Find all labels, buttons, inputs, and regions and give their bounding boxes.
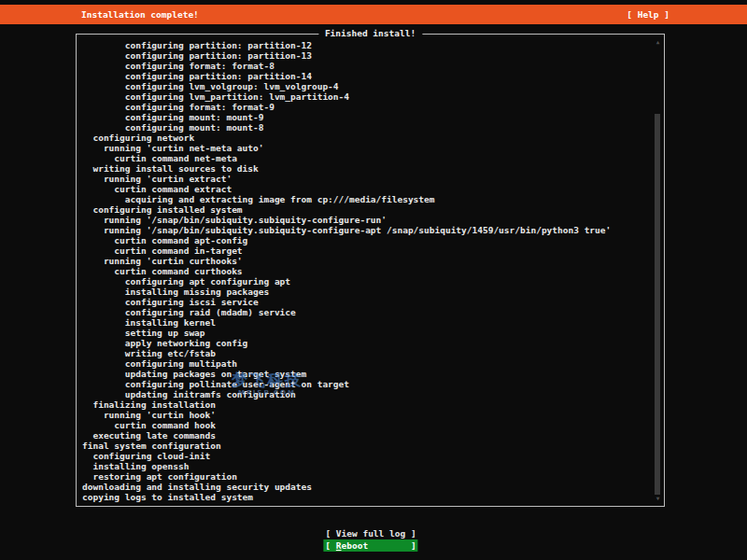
log-line: curtin command hook bbox=[82, 420, 649, 430]
log-line: configuring format: format-8 bbox=[82, 61, 649, 71]
log-line: configuring mount: mount-8 bbox=[82, 122, 649, 133]
log-line: configuring apt configuring apt bbox=[82, 276, 649, 287]
log-line: configuring multipath bbox=[82, 358, 649, 369]
log-line: configuring format: format-9 bbox=[82, 102, 649, 112]
log-line: running 'curtin net-meta auto' bbox=[82, 143, 649, 153]
log-line: installing kernel bbox=[82, 317, 649, 328]
log-line: running '/snap/bin/subiquity.subiquity-c… bbox=[82, 215, 649, 225]
log-line: configuring partition: partition-12 bbox=[82, 40, 649, 50]
log-line: configuring cloud-init bbox=[82, 451, 649, 461]
scroll-down-icon[interactable]: ▼ bbox=[654, 495, 662, 502]
log-line: copying logs to installed system bbox=[82, 492, 649, 502]
reboot-button[interactable]: [ Reboot ] bbox=[323, 539, 417, 552]
log-line: acquiring and extracting image from cp:/… bbox=[82, 194, 649, 204]
log-line: installing missing packages bbox=[82, 287, 649, 297]
log-line: curtin command in-target bbox=[82, 245, 649, 256]
log-line: curtin command apt-config bbox=[82, 235, 649, 245]
scrollbar-thumb[interactable] bbox=[655, 114, 660, 495]
log-line: running 'curtin curthooks' bbox=[82, 256, 649, 266]
log-line: executing late commands bbox=[82, 430, 649, 441]
finished-install-panel: Finished install! configuring partition:… bbox=[76, 34, 665, 507]
panel-title: Finished install! bbox=[318, 28, 422, 38]
log-line: configuring lvm_partition: lvm_partition… bbox=[82, 91, 649, 102]
log-line: curtin command net-meta bbox=[82, 153, 649, 163]
log-line: writing etc/fstab bbox=[82, 348, 649, 358]
log-line: updating packages on target system bbox=[82, 369, 649, 379]
scroll-up-icon[interactable]: ▲ bbox=[654, 38, 662, 46]
log-line: final system configuration bbox=[82, 441, 649, 451]
log-line: installing openssh bbox=[82, 461, 649, 471]
log-line: restoring apt configuration bbox=[82, 471, 649, 482]
log-line: updating initramfs configuration bbox=[82, 389, 649, 399]
log-line: configuring pollinate user-agent on targ… bbox=[82, 379, 649, 389]
log-line: apply networking config bbox=[82, 338, 649, 348]
log-line: writing install sources to disk bbox=[82, 163, 649, 174]
log-line: finalizing installation bbox=[82, 399, 649, 410]
log-line: setting up swap bbox=[82, 328, 649, 338]
log-line: configuring partition: partition-13 bbox=[82, 50, 649, 61]
top-bar-title: Installation complete! bbox=[81, 9, 199, 20]
reboot-label-suffix: eboot ] bbox=[342, 540, 416, 551]
top-bar: Installation complete! [ Help ] bbox=[0, 5, 747, 24]
log-line: configuring raid (mdadm) service bbox=[82, 307, 649, 317]
log-line: downloading and installing security upda… bbox=[82, 482, 649, 492]
log-line: running '/snap/bin/subiquity.subiquity-c… bbox=[82, 225, 649, 235]
install-log[interactable]: configuring partition: partition-12 conf… bbox=[82, 40, 649, 504]
scrollbar[interactable]: ▲ ▼ bbox=[654, 36, 662, 504]
log-line: running 'curtin extract' bbox=[82, 174, 649, 184]
log-line: configuring partition: partition-14 bbox=[82, 71, 649, 81]
log-line: configuring lvm_volgroup: lvm_volgroup-4 bbox=[82, 81, 649, 91]
help-button[interactable]: [ Help ] bbox=[627, 9, 669, 20]
log-line: configuring mount: mount-9 bbox=[82, 112, 649, 122]
log-line: configuring installed system bbox=[82, 204, 649, 215]
log-line: curtin command extract bbox=[82, 184, 649, 194]
log-line: configuring network bbox=[82, 133, 649, 143]
log-line: running 'curtin hook' bbox=[82, 410, 649, 420]
view-full-log-button[interactable]: [ View full log ] bbox=[325, 528, 416, 539]
reboot-label-prefix: [ bbox=[325, 540, 335, 551]
log-line: curtin command curthooks bbox=[82, 266, 649, 276]
log-line: configuring iscsi service bbox=[82, 297, 649, 307]
